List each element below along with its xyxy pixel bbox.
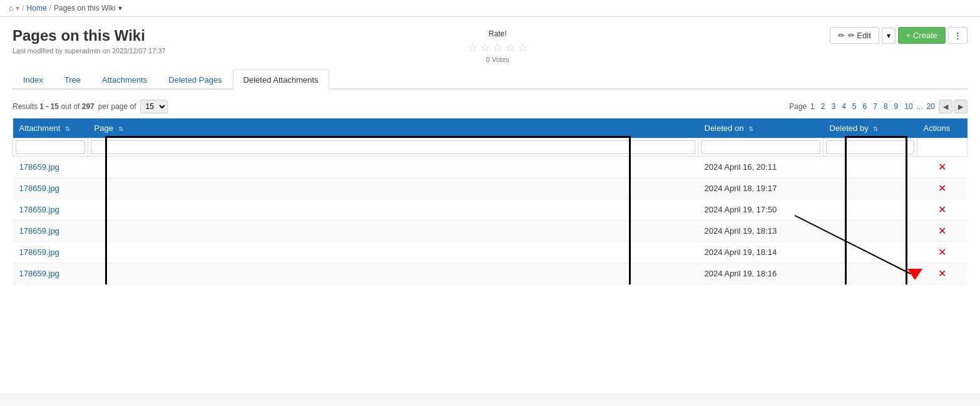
page-prev-button[interactable]: ◀ (939, 100, 952, 113)
page-10[interactable]: 10 (902, 102, 915, 112)
cell-actions-3: ✕ (917, 221, 967, 242)
cell-actions-4: ✕ (917, 242, 967, 263)
page-content: Pages on this Wiki Last modified by supe… (0, 17, 980, 393)
col-deleted-by-label: Deleted by (830, 123, 869, 133)
edit-icon: ✏ (838, 31, 845, 40)
results-bar: Results 1 - 15 out of 297 per page of 10… (13, 100, 967, 113)
delete-button-4[interactable]: ✕ (936, 246, 949, 258)
cell-deleted-on-4: 2024 April 19, 18:14 (698, 242, 824, 263)
delete-button-1[interactable]: ✕ (936, 182, 949, 194)
breadcrumb-dropdown-icon[interactable]: ▾ (118, 4, 122, 13)
cell-deleted-on-3: 2024 April 19, 18:13 (698, 221, 824, 242)
page-6[interactable]: 6 (860, 102, 870, 112)
page-label: Page (789, 102, 807, 111)
col-header-actions: Actions (917, 118, 967, 138)
cell-actions-2: ✕ (917, 199, 967, 221)
cell-deleted-on-2: 2024 April 19, 17:50 (698, 199, 824, 221)
edit-button[interactable]: ✏ ✏ Edit (830, 27, 879, 44)
breadcrumb-home[interactable]: Home (27, 4, 47, 13)
tab-deleted-attachments[interactable]: Deleted Attachments (233, 70, 329, 90)
page-title-section: Pages on this Wiki Last modified by supe… (13, 27, 166, 55)
col-header-deleted-on[interactable]: Deleted on ⇅ (698, 118, 824, 138)
table-header-row: Attachment ⇅ Page ⇅ Deleted on ⇅ Deleted… (13, 118, 967, 138)
tab-tree[interactable]: Tree (54, 70, 91, 90)
page-header: Pages on this Wiki Last modified by supe… (13, 27, 967, 63)
sort-page-icon[interactable]: ⇅ (118, 125, 123, 132)
page-5[interactable]: 5 (850, 102, 859, 112)
table-row: 178659.jpg 2024 April 19, 17:50 ✕ (13, 199, 967, 221)
star-3[interactable]: ☆ (493, 41, 503, 55)
per-page-label: per page of (98, 102, 136, 111)
page-ellipsis: ... (917, 102, 923, 111)
star-5[interactable]: ☆ (518, 41, 528, 55)
col-page-label: Page (94, 123, 113, 133)
page-next-button[interactable]: ▶ (954, 100, 967, 113)
filter-deleted-on-cell (698, 138, 824, 157)
filter-deleted-by-cell (824, 138, 917, 157)
table-row: 178659.jpg 2024 April 16, 20:11 ✕ (13, 157, 967, 178)
attachment-link-0[interactable]: 178659.jpg (19, 162, 59, 172)
filter-page-input[interactable] (91, 140, 695, 154)
edit-dropdown-button[interactable]: ▾ (882, 28, 896, 44)
filter-page-cell (88, 138, 698, 157)
delete-button-2[interactable]: ✕ (936, 204, 949, 216)
page-2[interactable]: 2 (819, 102, 828, 112)
sort-deleted-by-icon[interactable]: ⇅ (873, 125, 878, 132)
cell-attachment-2: 178659.jpg (13, 199, 88, 221)
cell-deleted-by-0 (824, 157, 917, 178)
sort-deleted-on-icon[interactable]: ⇅ (748, 125, 753, 132)
table-row: 178659.jpg 2024 April 19, 18:16 ✕ (13, 263, 967, 284)
table-body: 178659.jpg 2024 April 16, 20:11 ✕ 178659… (13, 157, 967, 284)
col-header-page[interactable]: Page ⇅ (88, 118, 698, 138)
col-header-attachment[interactable]: Attachment ⇅ (13, 118, 88, 138)
filter-deleted-by-input[interactable] (826, 140, 914, 154)
page-20[interactable]: 20 (924, 102, 937, 112)
tab-index[interactable]: Index (13, 70, 54, 90)
page-3[interactable]: 3 (829, 102, 838, 112)
deleted-attachments-table: Attachment ⇅ Page ⇅ Deleted on ⇅ Deleted… (13, 118, 967, 284)
attachment-link-2[interactable]: 178659.jpg (19, 205, 59, 214)
col-header-deleted-by[interactable]: Deleted by ⇅ (824, 118, 917, 138)
page-9[interactable]: 9 (892, 102, 901, 112)
cell-page-5 (88, 263, 698, 284)
table-row: 178659.jpg 2024 April 18, 19:17 ✕ (13, 178, 967, 199)
page-7[interactable]: 7 (870, 102, 880, 112)
filter-attachment-input[interactable] (16, 140, 85, 154)
cell-page-4 (88, 242, 698, 263)
col-deleted-on-label: Deleted on (705, 123, 744, 133)
star-4[interactable]: ☆ (505, 41, 515, 55)
tab-attachments[interactable]: Attachments (91, 70, 158, 90)
star-rating[interactable]: ☆ ☆ ☆ ☆ ☆ (467, 41, 528, 55)
delete-button-0[interactable]: ✕ (936, 161, 949, 173)
page-4[interactable]: 4 (839, 102, 849, 112)
attachment-link-1[interactable]: 178659.jpg (19, 184, 59, 193)
table-row: 178659.jpg 2024 April 19, 18:13 ✕ (13, 221, 967, 242)
attachment-link-4[interactable]: 178659.jpg (19, 247, 59, 257)
page-title: Pages on this Wiki (13, 27, 166, 44)
filter-deleted-on-input[interactable] (701, 140, 820, 154)
tab-deleted-pages[interactable]: Deleted Pages (158, 70, 232, 90)
breadcrumb-current: Pages on this Wiki (54, 4, 116, 13)
cell-actions-5: ✕ (917, 263, 967, 284)
filter-attachment-cell (13, 138, 88, 157)
star-1[interactable]: ☆ (467, 41, 477, 55)
attachment-link-3[interactable]: 178659.jpg (19, 226, 59, 236)
page-meta: Last modified by superadmin on 2023/12/0… (13, 47, 166, 55)
star-2[interactable]: ☆ (480, 41, 490, 55)
cell-attachment-4: 178659.jpg (13, 242, 88, 263)
per-page-select[interactable]: 10 15 20 25 50 (140, 100, 168, 113)
filter-row (13, 138, 967, 157)
create-button[interactable]: + Create (898, 27, 946, 44)
cell-deleted-by-5 (824, 263, 917, 284)
table-wrapper: Attachment ⇅ Page ⇅ Deleted on ⇅ Deleted… (13, 118, 967, 284)
delete-button-5[interactable]: ✕ (936, 268, 949, 279)
page-1[interactable]: 1 (808, 102, 817, 112)
results-left: Results 1 - 15 out of 297 per page of 10… (13, 100, 168, 113)
attachment-link-5[interactable]: 178659.jpg (19, 269, 59, 278)
page-8[interactable]: 8 (881, 102, 891, 112)
breadcrumb-sep2: / (49, 4, 51, 13)
delete-button-3[interactable]: ✕ (936, 225, 949, 237)
cell-attachment-1: 178659.jpg (13, 178, 88, 199)
more-actions-button[interactable]: ⋮ (948, 27, 967, 44)
sort-attachment-icon[interactable]: ⇅ (65, 125, 70, 132)
